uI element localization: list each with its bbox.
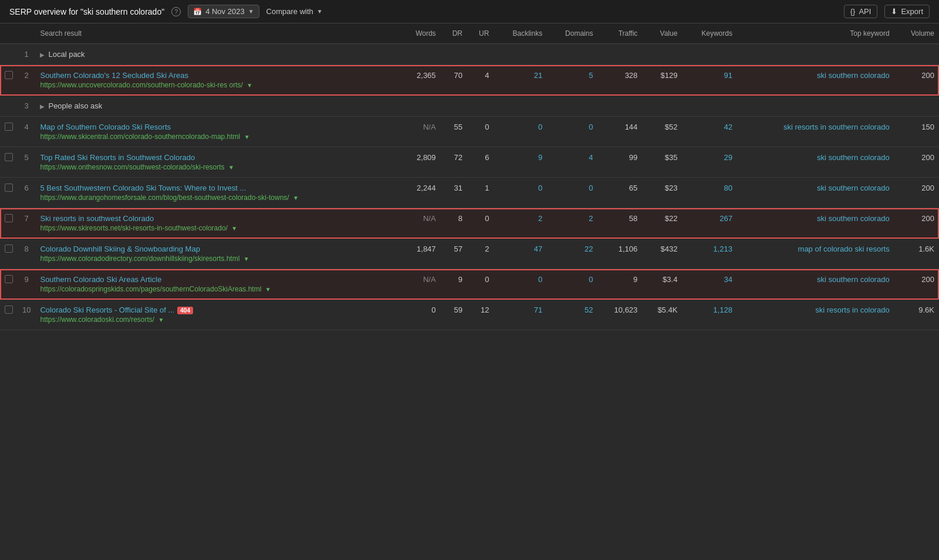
- top-keyword-cell: ski southern colorado: [737, 208, 894, 239]
- row-checkbox[interactable]: [5, 214, 13, 222]
- traffic-cell: 65: [597, 178, 642, 208]
- result-url[interactable]: https://www.skicentral.com/colorado-sout…: [40, 133, 395, 141]
- checkbox-cell[interactable]: [0, 117, 18, 147]
- top-keyword-cell: map of colorado ski resorts: [737, 239, 894, 269]
- compare-button[interactable]: Compare with ▼: [266, 7, 323, 16]
- col-traffic: Traffic: [597, 23, 642, 44]
- checkbox-cell[interactable]: [0, 178, 18, 208]
- value-cell: $35: [642, 147, 682, 178]
- row-checkbox[interactable]: [5, 123, 13, 131]
- dr-value: 70: [454, 71, 462, 80]
- url-dropdown-icon[interactable]: ▼: [158, 317, 164, 323]
- checkbox-cell[interactable]: [0, 147, 18, 178]
- top-keyword-value: ski resorts in colorado: [815, 306, 889, 314]
- row-checkbox[interactable]: [5, 306, 13, 314]
- result-title[interactable]: Map of Southern Colorado Ski Resorts: [40, 123, 395, 131]
- col-backlinks: Backlinks: [494, 23, 547, 44]
- backlinks-value: 0: [538, 123, 542, 131]
- result-url[interactable]: https://www.durangohomesforsale.com/blog…: [40, 194, 395, 202]
- result-title[interactable]: 5 Best Southwestern Colorado Ski Towns: …: [40, 184, 395, 192]
- checkbox-cell[interactable]: [0, 65, 18, 96]
- words-cell: 1,847: [400, 239, 441, 269]
- special-row-label[interactable]: ▶People also ask: [35, 96, 939, 117]
- checkbox-cell[interactable]: [0, 269, 18, 300]
- dr-cell: 31: [441, 178, 467, 208]
- words-cell: 0: [400, 300, 441, 330]
- checkbox-cell[interactable]: [0, 300, 18, 330]
- result-title[interactable]: Southern Colorado Ski Areas Article: [40, 275, 395, 284]
- words-cell: N/A: [400, 117, 441, 147]
- result-url[interactable]: https://www.uncovercolorado.com/southern…: [40, 81, 395, 89]
- calendar-icon: 📅: [193, 8, 202, 16]
- result-url[interactable]: https://coloradospringskids.com/pages/so…: [40, 285, 395, 293]
- col-value: Value: [642, 23, 682, 44]
- result-url[interactable]: https://www.skiresorts.net/ski-resorts-i…: [40, 224, 395, 232]
- result-url[interactable]: https://www.coloradodirectory.com/downhi…: [40, 254, 395, 263]
- row-checkbox[interactable]: [5, 245, 13, 253]
- domains-cell: 52: [547, 300, 597, 330]
- export-icon: ⬇: [891, 7, 897, 16]
- backlinks-cell: 21: [494, 65, 547, 96]
- row-checkbox[interactable]: [5, 71, 13, 79]
- row-checkbox[interactable]: [5, 153, 13, 161]
- row-number: 1: [18, 44, 35, 65]
- url-dropdown-icon[interactable]: ▼: [244, 256, 249, 262]
- ur-cell: 2: [467, 239, 494, 269]
- row-checkbox[interactable]: [5, 184, 13, 192]
- ur-value: 6: [485, 153, 489, 162]
- row-number: 5: [18, 147, 35, 178]
- help-icon[interactable]: ?: [171, 7, 181, 16]
- top-keyword-value: ski southern colorado: [817, 71, 890, 80]
- result-url[interactable]: https://www.onthesnow.com/southwest-colo…: [40, 163, 395, 171]
- words-value: 0: [431, 306, 435, 314]
- result-title[interactable]: Colorado Downhill Skiing & Snowboarding …: [40, 245, 395, 253]
- result-cell: Southern Colorado's 12 Secluded Ski Area…: [35, 65, 400, 96]
- result-title[interactable]: Top Rated Ski Resorts in Southwest Color…: [40, 153, 395, 162]
- page-title: SERP overview for "ski southern colorado…: [9, 7, 164, 16]
- result-url[interactable]: https://www.coloradoski.com/resorts/ ▼: [40, 315, 395, 324]
- col-checkbox: [0, 23, 18, 44]
- backlinks-cell: 0: [494, 269, 547, 300]
- special-row-label[interactable]: ▶Local pack: [35, 44, 939, 65]
- words-cell: 2,244: [400, 178, 441, 208]
- url-dropdown-icon[interactable]: ▼: [293, 195, 299, 201]
- result-title[interactable]: Southern Colorado's 12 Secluded Ski Area…: [40, 71, 395, 80]
- keywords-value: 29: [724, 153, 732, 162]
- table-body: 1 ▶Local pack 2 Southern Colorado's 12 S…: [0, 44, 939, 330]
- url-dropdown-icon[interactable]: ▼: [231, 225, 237, 232]
- words-cell: N/A: [400, 269, 441, 300]
- top-keyword-value: ski southern colorado: [817, 153, 890, 162]
- url-dropdown-icon[interactable]: ▼: [244, 134, 250, 140]
- result-title[interactable]: Ski resorts in southwest Colorado: [40, 214, 395, 223]
- url-dropdown-icon[interactable]: ▼: [228, 164, 234, 171]
- export-button[interactable]: ⬇ Export: [884, 5, 930, 18]
- backlinks-cell: 9: [494, 147, 547, 178]
- date-picker-button[interactable]: 📅 4 Nov 2023 ▼: [188, 5, 259, 18]
- row-checkbox[interactable]: [5, 275, 13, 283]
- api-button[interactable]: {} API: [844, 5, 878, 18]
- traffic-value: 144: [625, 123, 638, 131]
- domains-cell: 0: [547, 269, 597, 300]
- checkbox-cell[interactable]: [0, 239, 18, 269]
- value-amount: $3.4: [663, 275, 677, 284]
- expand-icon[interactable]: ▶: [40, 52, 45, 58]
- volume-value: 200: [921, 214, 934, 223]
- col-top-keyword: Top keyword: [737, 23, 894, 44]
- url-dropdown-icon[interactable]: ▼: [265, 286, 271, 293]
- domains-value: 5: [589, 71, 593, 80]
- expand-icon[interactable]: ▶: [40, 103, 45, 110]
- page-header: SERP overview for "ski southern colorado…: [0, 0, 939, 23]
- value-cell: $52: [642, 117, 682, 147]
- domains-value: 2: [589, 214, 593, 223]
- traffic-cell: 144: [597, 117, 642, 147]
- checkbox-cell[interactable]: [0, 208, 18, 239]
- value-amount: $129: [660, 71, 677, 80]
- result-title[interactable]: Colorado Ski Resorts - Official Site of …: [40, 306, 395, 314]
- volume-value: 200: [921, 184, 934, 192]
- table-row: 5 Top Rated Ski Resorts in Southwest Col…: [0, 147, 939, 178]
- chevron-down-icon: ▼: [317, 8, 323, 15]
- value-cell: $5.4K: [642, 300, 682, 330]
- ur-cell: 0: [467, 269, 494, 300]
- url-dropdown-icon[interactable]: ▼: [246, 82, 252, 89]
- dr-cell: 57: [441, 239, 467, 269]
